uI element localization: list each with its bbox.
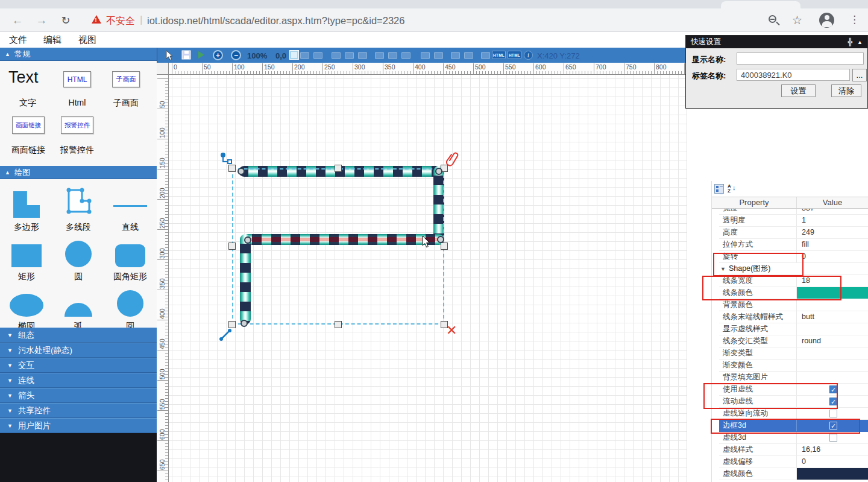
property-value[interactable]: ✓ [796, 384, 868, 395]
quick-settings-header[interactable]: 快速设置 ╬ ▲ [686, 36, 867, 48]
section-header-collapsed[interactable]: ▼组态 [0, 328, 157, 343]
section-header-collapsed[interactable]: ▼连线 [0, 373, 157, 388]
property-column-header[interactable]: Property [712, 197, 796, 208]
property-row[interactable]: 虚线颜色 [719, 468, 868, 480]
url-text[interactable]: iot.idosp.net/html/scada/editor.aspx.htm… [147, 15, 404, 27]
property-row[interactable]: 背景填充图片 [719, 372, 868, 384]
menu-file[interactable]: 文件 [9, 32, 27, 48]
html-export-icon[interactable]: HTML [492, 51, 506, 59]
drawing-tool-ellipse[interactable]: 椭圆 [1, 282, 52, 331]
property-row[interactable]: 流动虚线✓ [719, 396, 868, 408]
drawing-tool-arc[interactable]: 弧 [52, 282, 104, 331]
property-row[interactable]: 线条交汇类型round [719, 335, 868, 347]
browser-tab[interactable] [721, 1, 800, 8]
color-swatch[interactable] [797, 287, 868, 299]
property-row[interactable]: 宽度337 [719, 209, 868, 215]
widget-subscreen[interactable]: 子画面 [112, 71, 140, 87]
property-row[interactable]: 线条颜色 [719, 287, 868, 299]
property-value[interactable] [796, 323, 868, 335]
checkbox-checked[interactable]: ✓ [829, 385, 837, 393]
property-row[interactable]: 背景颜色 [719, 299, 868, 311]
zoom-out-icon[interactable]: − [231, 50, 241, 60]
section-header-collapsed[interactable]: ▼用户图片 [0, 418, 157, 433]
widget-alarm[interactable]: 报警控件 [61, 116, 93, 134]
attach-paperclip-icon[interactable] [446, 151, 459, 169]
vertex-node[interactable] [237, 168, 245, 175]
edit-nodes-icon[interactable] [219, 152, 234, 169]
tag-browse-button[interactable]: ... [852, 69, 867, 81]
reload-icon[interactable]: ↻ [58, 13, 74, 28]
color-swatch[interactable] [797, 468, 868, 480]
widget-screen-link[interactable]: 画面链接 [12, 116, 45, 134]
property-value[interactable] [796, 372, 868, 383]
property-value[interactable] [796, 360, 868, 371]
property-row[interactable]: 高度249 [719, 227, 868, 239]
info-icon[interactable]: i [524, 51, 533, 60]
property-value[interactable]: 0 [796, 251, 868, 262]
vertex-node[interactable] [241, 320, 248, 327]
section-header-collapsed[interactable]: ▼污水处理(静态) [0, 343, 157, 358]
value-column-header[interactable]: Value [796, 197, 868, 208]
vertex-node[interactable] [244, 236, 251, 244]
vertex-node[interactable] [437, 236, 444, 243]
collapse-panel-icon[interactable]: ▲ [857, 39, 863, 45]
menu-edit[interactable]: 编辑 [43, 32, 61, 48]
sort-az-icon[interactable]: AZ↓ [728, 183, 737, 194]
property-value[interactable] [796, 468, 868, 480]
drawing-tool-polygon[interactable]: 多边形 [1, 183, 52, 232]
selection-handle-e[interactable] [441, 243, 448, 250]
tag-name-input[interactable] [737, 69, 850, 81]
vertex-node[interactable] [435, 168, 442, 175]
property-row[interactable]: 显示虚线样式 [719, 323, 868, 335]
property-row[interactable]: 渐变类型 [719, 347, 868, 360]
property-row[interactable]: 线条末端线帽样式butt [719, 311, 868, 323]
property-value[interactable] [796, 432, 868, 443]
avatar[interactable] [819, 13, 834, 28]
property-row[interactable]: 虚线偏移0 [719, 456, 868, 468]
back-icon[interactable]: ← [10, 13, 25, 28]
editor-canvas[interactable]: ✕ [169, 75, 687, 482]
categorize-icon[interactable] [714, 184, 724, 194]
category-triangle-icon[interactable]: ▼ [720, 266, 726, 272]
property-value[interactable]: 337 [796, 209, 868, 214]
property-value[interactable]: 18 [796, 275, 868, 287]
clear-button[interactable]: 清除 [831, 84, 861, 97]
delete-icon[interactable]: ✕ [446, 325, 457, 337]
checkbox-checked[interactable]: ✓ [829, 422, 837, 430]
set-button[interactable]: 设置 [781, 84, 816, 97]
property-row[interactable]: 透明度1 [719, 215, 868, 227]
property-value[interactable]: butt [796, 311, 868, 323]
property-row[interactable]: 使用虚线✓ [719, 384, 868, 396]
checkbox-unchecked[interactable] [829, 434, 837, 442]
drawing-tool-circle[interactable]: 圆 [104, 282, 156, 331]
security-warning-icon[interactable] [92, 15, 101, 24]
property-value[interactable]: ✓ [796, 420, 868, 431]
section-header-general[interactable]: ▲ 常规 [0, 48, 157, 61]
selection-handle-w[interactable] [228, 243, 236, 250]
property-row[interactable]: 拉伸方式fill [719, 239, 868, 251]
forward-icon[interactable]: → [34, 13, 49, 28]
property-value[interactable] [796, 408, 868, 419]
widget-html[interactable]: HTML [63, 71, 91, 87]
drawing-tool-rect[interactable]: 矩形 [1, 232, 52, 282]
property-row[interactable]: 虚线3d [719, 432, 868, 444]
property-value[interactable]: ✓ [796, 396, 868, 407]
browser-menu-icon[interactable]: ⋮ [849, 13, 860, 26]
property-grid-viewport[interactable]: 宽度337透明度1高度249拉伸方式fill旋转0▼Shape(图形)线条宽度1… [712, 209, 868, 482]
line-tool-icon[interactable] [219, 327, 234, 344]
property-value[interactable] [796, 287, 868, 299]
property-row[interactable]: 虚线逆向流动 [719, 408, 868, 420]
property-row[interactable]: ▼Shape(图形) [719, 263, 868, 275]
dock-icon[interactable]: ╬ [848, 38, 852, 46]
section-header-collapsed[interactable]: ▼箭头 [0, 388, 157, 403]
save-icon[interactable] [181, 50, 191, 62]
menu-view[interactable]: 视图 [78, 32, 96, 48]
drawing-tool-rounded-rect[interactable]: 圆角矩形 [104, 232, 156, 282]
property-row[interactable]: 线条宽度18 [719, 275, 868, 287]
property-value[interactable]: 249 [796, 227, 868, 238]
property-value[interactable] [796, 347, 868, 359]
bookmark-star-icon[interactable]: ☆ [792, 13, 802, 27]
canvas-size-icon[interactable] [289, 50, 299, 60]
section-header-drawing[interactable]: ▲ 绘图 [0, 166, 157, 179]
property-row[interactable]: 边框3d✓ [719, 420, 868, 432]
